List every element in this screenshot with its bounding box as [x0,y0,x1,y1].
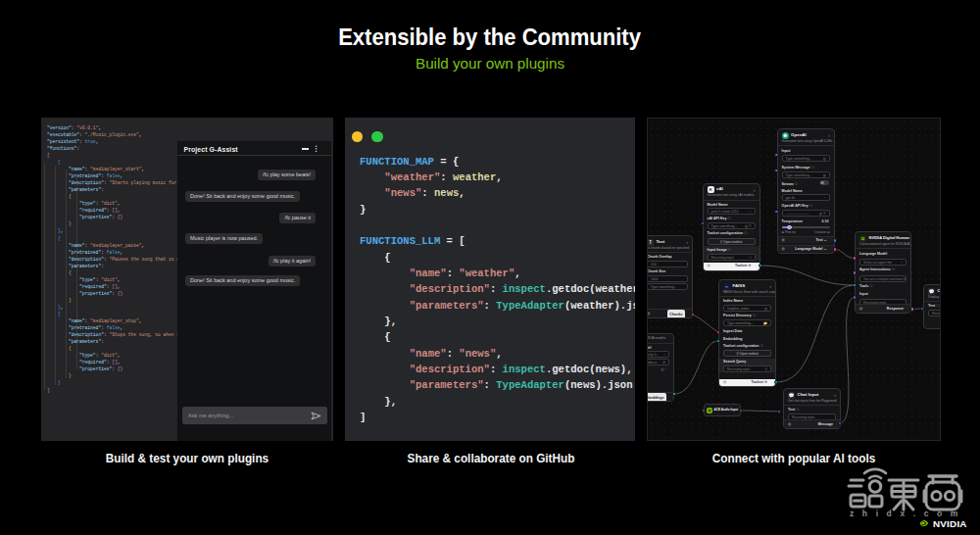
svg-text:zhidx.com: zhidx.com [850,509,963,518]
